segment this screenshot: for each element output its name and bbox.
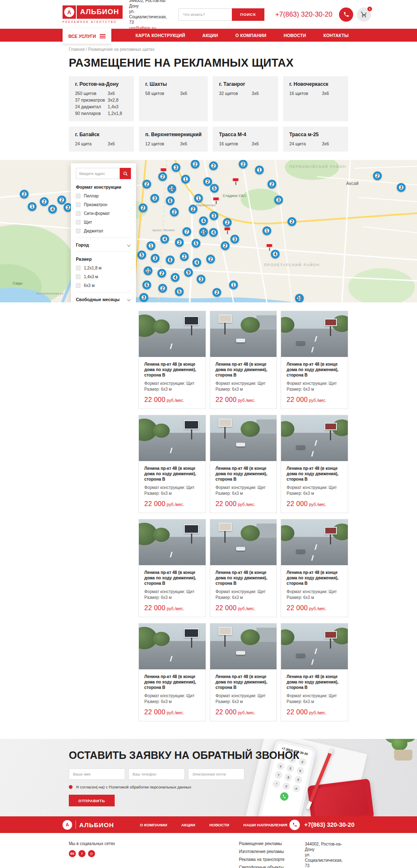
callback-field-2[interactable] <box>188 768 244 780</box>
vk-icon[interactable]: ВК <box>69 850 76 857</box>
map-cluster-marker[interactable]: 2 <box>158 269 166 278</box>
filter-option-size[interactable]: 1,4х3 м <box>76 274 131 279</box>
nav-item[interactable]: КОНТАКТЫ <box>324 33 349 38</box>
product-card[interactable]: Ленина пр-кт 48 (в конце дома по ходу дв… <box>281 415 348 513</box>
map-cluster-marker[interactable]: 5 <box>175 287 184 296</box>
map-cluster-marker[interactable]: 3 <box>151 254 160 263</box>
map-cluster-marker[interactable]: 2 <box>239 160 248 169</box>
product-card[interactable]: Ленина пр-кт 48 (в конце дома по ходу дв… <box>210 623 277 721</box>
map-cluster-marker[interactable]: 1 <box>255 166 264 175</box>
map-cluster-marker[interactable]: 2 <box>223 218 232 227</box>
map-cluster-marker[interactable]: 3 <box>231 235 239 244</box>
consent-checkbox[interactable] <box>69 785 73 789</box>
callback-field-0[interactable] <box>69 768 125 780</box>
footer-phone[interactable]: +7(863) 320-30-20 <box>304 821 354 828</box>
map-cluster-marker[interactable]: 6 <box>166 256 175 264</box>
callback-phone-button[interactable] <box>339 7 353 22</box>
map-cluster-marker[interactable]: 3 <box>274 196 283 205</box>
filter-option-format[interactable]: Призматрон <box>76 202 131 207</box>
map-cluster-marker[interactable]: 3 <box>397 183 406 192</box>
nav-item[interactable]: КАРТА КОНСТРУКЦИЙ <box>136 33 185 38</box>
map-cluster-marker[interactable]: 4 <box>199 217 208 225</box>
footer-service-link[interactable]: Изготовление рекламы <box>239 849 305 854</box>
map-cluster-marker[interactable]: 2 <box>203 177 212 186</box>
map-cluster-marker[interactable]: 1 <box>181 175 190 184</box>
map-cluster-marker[interactable]: 2 <box>189 205 198 214</box>
map-cluster-marker[interactable]: 4 <box>193 258 201 267</box>
city-card[interactable]: г. Ростов-на-Дону350 щитов3х637 призматр… <box>69 76 134 121</box>
nav-item[interactable]: О КОМПАНИИ <box>236 33 266 38</box>
product-card[interactable]: Ленина пр-кт 48 (в конце дома по ходу дв… <box>210 415 277 513</box>
search-button[interactable]: ПОИСК <box>232 8 264 21</box>
map-cluster-marker[interactable]: 15 <box>199 228 208 237</box>
product-card[interactable]: Ленина пр-кт 48 (в конце дома по ходу дв… <box>281 623 348 721</box>
product-card[interactable]: Ленина пр-кт 48 (в конце дома по ходу дв… <box>281 519 348 617</box>
map-cluster-marker[interactable]: 5 <box>192 239 201 248</box>
map-cluster-marker[interactable]: 4 <box>171 273 180 282</box>
map-cluster-marker[interactable]: 2 <box>139 204 148 212</box>
filter-option-size[interactable]: 6х3 м <box>76 283 131 288</box>
logo[interactable]: А АЛЬБИОН РЕКЛАМНОЕ АГЕНТСТВО <box>63 5 123 23</box>
map-cluster-marker[interactable]: 1 <box>28 202 37 211</box>
map-address-search-button[interactable] <box>120 168 131 179</box>
filter-option-size[interactable]: 1,2х1,8 м <box>76 266 131 270</box>
filter-city-section[interactable]: Город <box>76 237 131 251</box>
map-cluster-marker[interactable]: 1 <box>194 194 203 203</box>
footer-nav-item[interactable]: АКЦИИ <box>181 823 195 827</box>
map-cluster-marker[interactable]: 4 <box>271 250 280 259</box>
map-billboard-marker[interactable] <box>224 227 231 231</box>
all-services-button[interactable]: ВСЕ УСЛУГИ <box>63 29 111 44</box>
footer-service-link[interactable]: Светофорные объекты <box>239 865 305 868</box>
city-card[interactable]: г. Батайск24 щита3х6 <box>69 127 134 152</box>
product-card[interactable]: Ленина пр-кт 48 (в конце дома по ходу дв… <box>138 415 206 513</box>
construction-map[interactable]: Формат конструкции ПилларПризматронСити-… <box>0 160 417 302</box>
map-cluster-marker[interactable]: 3 <box>210 212 219 220</box>
map-billboard-marker[interactable] <box>213 197 219 201</box>
facebook-icon[interactable]: f <box>78 850 85 857</box>
nav-item[interactable]: АКЦИИ <box>202 33 218 38</box>
map-billboard-marker[interactable] <box>233 178 239 182</box>
filter-option-format[interactable]: Щит <box>76 220 131 224</box>
product-card[interactable]: Ленина пр-кт 48 (в конце дома по ходу дв… <box>138 623 206 721</box>
map-cluster-marker[interactable]: 11 <box>144 267 153 275</box>
map-cluster-marker[interactable]: 2 <box>373 172 382 180</box>
breadcrumb-home[interactable]: Главная <box>69 47 85 52</box>
map-cluster-marker[interactable]: 2 <box>288 217 296 226</box>
footer-nav-item[interactable]: О КОМПАНИИ <box>140 823 167 827</box>
map-cluster-marker[interactable]: 9 <box>184 268 193 277</box>
instagram-icon[interactable]: ◻ <box>88 850 95 857</box>
product-card[interactable]: Ленина пр-кт 48 (в конце дома по ходу дв… <box>210 519 277 617</box>
submit-button[interactable]: ОТПРАВИТЬ <box>69 795 115 806</box>
map-cluster-marker[interactable]: 2 <box>268 180 276 189</box>
map-cluster-marker[interactable]: 2 <box>191 160 200 169</box>
footer-call-button[interactable] <box>289 820 300 830</box>
map-cluster-marker[interactable]: 3 <box>197 275 206 284</box>
footer-service-link[interactable]: Реклама на транспорте <box>239 857 305 862</box>
map-cluster-marker[interactable]: 1 <box>229 281 238 289</box>
footer-logo[interactable]: А АЛЬБИОН <box>63 820 114 830</box>
map-billboard-marker[interactable] <box>161 168 167 172</box>
map-billboard-marker[interactable] <box>266 244 273 247</box>
map-address-input[interactable] <box>76 168 120 179</box>
map-cluster-marker[interactable]: 4 <box>161 235 169 244</box>
map-cluster-marker[interactable]: 7 <box>183 227 191 236</box>
map-cluster-marker[interactable]: 2 <box>213 288 221 297</box>
map-cluster-marker[interactable]: 10 <box>168 185 176 193</box>
city-card[interactable]: Трасса м-2524 щита3х6 <box>283 127 348 152</box>
map-cluster-marker[interactable]: 2 <box>20 190 29 199</box>
map-cluster-marker[interactable]: 4 <box>209 228 218 237</box>
map-cluster-marker[interactable]: 2 <box>158 284 167 293</box>
map-cluster-marker[interactable]: 3 <box>140 293 148 302</box>
map-cluster-marker[interactable]: 3 <box>151 194 159 203</box>
map-cluster-marker[interactable]: 3 <box>172 163 181 172</box>
filter-option-format[interactable]: Диджитал <box>76 229 131 233</box>
map-cluster-marker[interactable]: 5 <box>210 184 219 193</box>
map-cluster-marker[interactable]: 2 <box>158 172 167 181</box>
header-phone[interactable]: +7(863) 320-30-20 <box>275 10 332 18</box>
map-cluster-marker[interactable]: 2 <box>175 238 184 247</box>
map-cluster-marker[interactable]: 2 <box>58 196 66 205</box>
filter-option-format[interactable]: Пиллар <box>76 194 131 198</box>
map-cluster-marker[interactable]: 10 <box>295 294 304 303</box>
map-cluster-marker[interactable]: 1 <box>263 227 271 235</box>
city-card[interactable]: г. Таганрог32 щитов3х6 <box>213 76 278 121</box>
